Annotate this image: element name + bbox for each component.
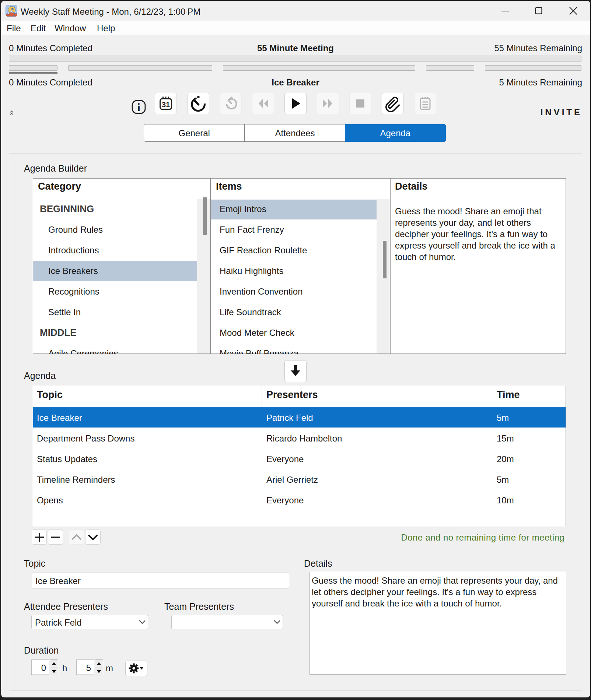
svg-text:i: i: [137, 101, 140, 114]
svg-text:31: 31: [162, 101, 170, 109]
